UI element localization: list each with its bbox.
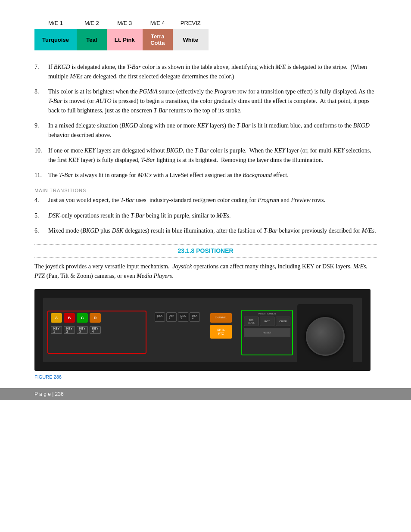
list-item-6: 6. Mixed mode (BKGD plus DSK delegates) … [34,226,377,236]
page-footer: P a g e | 236 [0,388,411,400]
dsk-btn-4[interactable]: DSK4 [190,312,200,322]
channel-button[interactable]: CHANNEL [210,313,232,323]
list-item-7: 7. If BKGD is delegated alone, the T-Bar… [34,62,377,81]
section-divider-23: 23.1.8 POSITIONER [34,244,377,258]
me-btn-b[interactable]: B [64,313,75,323]
figure-286-image: A B C D KEY1 KEY2 KEY3 KEY4 DSK1 DSK2 DS… [34,289,371,371]
col-header-me2: M/E 2 [77,17,107,29]
cell-terracotta: TerraCotta [143,29,173,50]
me-btn-a[interactable]: A [51,313,62,323]
me-btn-d[interactable]: D [90,313,101,323]
col-header-me1: M/E 1 [34,17,77,29]
key-btn-1[interactable]: KEY1 [51,326,62,334]
key-btn-3[interactable]: KEY3 [77,326,88,334]
dsk-btn-row: DSK1 DSK2 DSK3 DSK4 [155,312,203,322]
figure-inner-panel: A B C D KEY1 KEY2 KEY3 KEY4 DSK1 DSK2 DS… [43,298,362,362]
page-number: P a g e | 236 [34,391,64,397]
crop-button[interactable]: CROP [276,317,290,326]
cell-teal: Teal [77,29,107,50]
col-header-me4: M/E 4 [143,17,173,29]
key-btn-4[interactable]: KEY4 [90,326,101,334]
list-item-8: 8. This color is at its brightest when t… [34,87,377,115]
list-item-4: 4. Just as you would expect, the T-Bar u… [34,196,377,205]
pos-scale-button[interactable]: POSSCALE [244,317,258,326]
reset-button[interactable]: RESET [244,328,290,337]
list-item-10: 10. If one or more KEY layers are delega… [34,146,377,165]
col-header-previz: PREVIZ [173,17,209,29]
me-btn-row: A B C D [48,311,146,324]
positioner-label: POSITIONER [244,312,290,315]
dsk-btn-1[interactable]: DSK1 [155,312,165,322]
dsk-section: DSK1 DSK2 DSK3 DSK4 [153,311,205,354]
me-key-section: A B C D KEY1 KEY2 KEY3 KEY4 [47,311,146,354]
list-item-9: 9. In a mixed delegate situation (BKGD a… [34,121,377,140]
section-label-main-transitions: Main Transitions [34,188,377,193]
list-item-11: 11. The T-Bar is always lit in orange fo… [34,171,377,180]
joystick-area [297,304,353,369]
section-23-title: 23.1.8 POSITIONER [177,247,233,254]
positioner-section: POSITIONER POSSCALE ROT CROP RESET [241,310,293,355]
cell-white: White [173,29,209,50]
col-header-me3: M/E 3 [107,17,143,29]
joystick-knob[interactable] [306,317,345,356]
key-btn-2[interactable]: KEY2 [64,326,75,334]
me-btn-c[interactable]: C [77,313,88,323]
shtl-ptz-button[interactable]: SHTLPTZ [210,325,232,339]
key-btn-row: KEY1 KEY2 KEY3 KEY4 [48,324,146,336]
cell-turquoise: Turquoise [34,29,77,50]
figure-caption: FIGURE 286 [34,374,377,380]
dsk-btn-3[interactable]: DSK3 [178,312,188,322]
dsk-btn-2[interactable]: DSK2 [166,312,177,322]
reset-btn-row: RESET [244,328,290,337]
pos-btn-row: POSSCALE ROT CROP [244,317,290,326]
cell-ltpink: Lt. Pink [107,29,143,50]
positioner-intro: The joystick provides a very versatile i… [34,262,377,281]
rot-button[interactable]: ROT [260,317,274,326]
color-table: M/E 1 M/E 2 M/E 3 M/E 4 PREVIZ Turquoise… [34,17,377,50]
list-item-5: 5. DSK-only operations result in the T-B… [34,211,377,221]
